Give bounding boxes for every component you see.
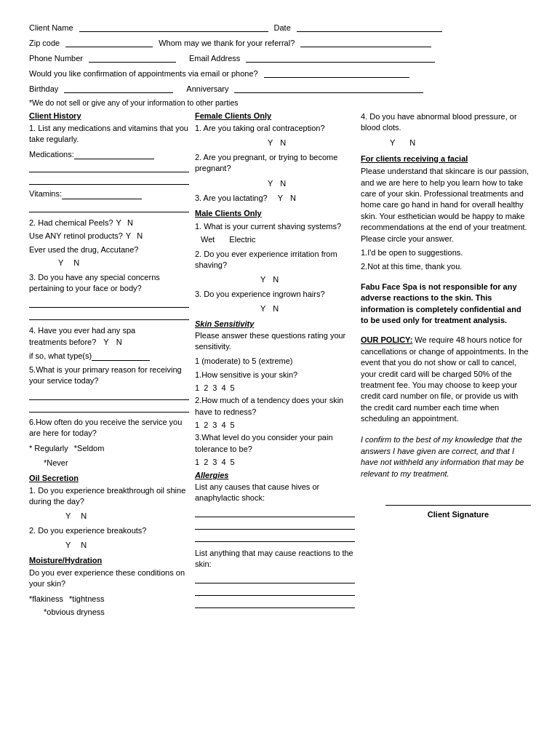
item1: 1. List any medications and vitamins tha… xyxy=(29,123,189,146)
allergies-title: Allergies xyxy=(195,471,355,479)
f1-y: Y xyxy=(268,137,273,149)
anniversary-field[interactable] xyxy=(234,83,423,93)
phone-field[interactable] xyxy=(89,52,176,63)
medications-line3[interactable] xyxy=(29,175,189,185)
list-anything-line3[interactable] xyxy=(195,598,355,608)
facial-title: For clients receiving a facial xyxy=(361,154,531,163)
s1-2: 2 xyxy=(204,383,208,392)
allergy-line3[interactable] xyxy=(195,532,355,542)
moisture2-label: *flakiness xyxy=(29,593,63,605)
f1-yn: Y N xyxy=(268,137,355,149)
item4b-row: treatments before? Y N xyxy=(29,336,189,348)
item3: 3. Do you have any special concerns pert… xyxy=(29,272,189,295)
item4b-n: N xyxy=(116,336,122,348)
birthday-field[interactable] xyxy=(64,83,173,93)
facial3: 2.Not at this time, thank you. xyxy=(361,261,531,272)
confirmation-field[interactable] xyxy=(264,68,409,78)
allergy-line2[interactable] xyxy=(195,519,355,530)
item4-label: 4. Have you ever had any spa xyxy=(29,324,135,337)
f1-n: N xyxy=(280,137,286,149)
s3-2: 2 xyxy=(204,458,208,466)
s1-3: 3 xyxy=(212,383,217,392)
referral-field[interactable] xyxy=(300,37,431,47)
moisture1: Do you ever experience these conditions … xyxy=(29,567,189,590)
skin3: 1.How sensitive is your skin? xyxy=(195,370,355,381)
medications-line2[interactable] xyxy=(29,162,189,172)
s2-4: 4 xyxy=(221,421,225,429)
middle-column: Female Clients Only 1. Are you taking or… xyxy=(195,111,355,610)
zip-row: Zip code Whom may we thank for your refe… xyxy=(29,37,531,47)
vitamins-row: Vitamins: xyxy=(29,188,189,200)
item4c-row: if so, what type(s) xyxy=(29,350,189,362)
list-anything-line2[interactable] xyxy=(195,586,355,596)
item4-row: 4. Have you ever had any spa xyxy=(29,324,189,337)
f3-n: N xyxy=(290,192,296,204)
sig-line[interactable] xyxy=(385,491,531,506)
item5-line2[interactable] xyxy=(29,402,189,413)
item3-line1[interactable] xyxy=(29,298,189,308)
facial1: Please understand that skincare is our p… xyxy=(361,166,531,244)
date-field[interactable] xyxy=(297,22,442,32)
m1-label: 1. What is your current shaving systems? xyxy=(195,220,341,233)
oil1: 1. Do you experience breakthrough oil sh… xyxy=(29,485,189,508)
moisture3-label: *tightness xyxy=(69,593,104,605)
allergy-line1[interactable] xyxy=(195,507,355,517)
right-column: 4. Do you have abnormal blood pressure, … xyxy=(361,111,531,519)
email-field[interactable] xyxy=(246,52,435,63)
birthday-row: Birthday Anniversary xyxy=(29,83,531,93)
item2b-n: N xyxy=(137,230,143,242)
disclaimer-text: *We do not sell or give any of your info… xyxy=(29,98,531,107)
zip-label: Zip code xyxy=(29,39,60,47)
f2-n: N xyxy=(280,178,286,190)
f1: 1. Are you taking oral contraception? xyxy=(195,123,355,134)
client-name-row: Client Name Date xyxy=(29,22,531,32)
client-name-field[interactable] xyxy=(79,22,268,32)
f2-yn: Y N xyxy=(268,178,355,190)
m3-n: N xyxy=(273,303,279,315)
zip-field[interactable] xyxy=(65,37,153,47)
item2c-n: N xyxy=(73,257,79,269)
item6: 6.How often do you receive the service y… xyxy=(29,417,189,439)
s2-3: 3 xyxy=(212,421,217,429)
regularly-label: * Regularly xyxy=(29,442,68,455)
s3-5: 5 xyxy=(231,458,235,466)
skin2: 1 (moderate) to 5 (extreme) xyxy=(195,356,355,367)
scale3: 1 2 3 4 5 xyxy=(195,458,355,466)
anniversary-label: Anniversary xyxy=(186,84,228,93)
f3-row: 3. Are you lactating? Y N xyxy=(195,192,355,204)
policy-text: OUR POLICY: We require 48 hours notice f… xyxy=(361,335,531,424)
item3-line2[interactable] xyxy=(29,310,189,320)
item4r-n: N xyxy=(409,137,415,149)
moisture-title: Moisture/Hydration xyxy=(29,556,189,565)
birthday-label: Birthday xyxy=(29,84,58,93)
item4b-y: Y xyxy=(103,336,108,348)
list-anything-line1[interactable] xyxy=(195,573,355,583)
skin-title: Skin Sensitivity xyxy=(195,319,355,328)
m2-y: Y xyxy=(260,274,265,286)
item2b-row: Use ANY retinol products? Y N xyxy=(29,230,189,242)
phone-row: Phone Number Email Address xyxy=(29,52,531,63)
medications-field[interactable] xyxy=(74,149,154,159)
m1-row: 1. What is your current shaving systems? xyxy=(195,220,355,233)
s2-1: 1 xyxy=(195,421,199,429)
f2: 2. Are you pregnant, or trying to become… xyxy=(195,152,355,175)
signature-area: Client Signature xyxy=(361,491,531,519)
m2: 2. Do you ever experience irritation fro… xyxy=(195,249,355,271)
m1-options: Wet Electric xyxy=(201,234,355,246)
client-name-label: Client Name xyxy=(29,23,73,32)
oil2: 2. Do you experience breakouts? xyxy=(29,525,189,536)
s3-4: 4 xyxy=(221,458,225,466)
item2c-row: Ever used the drug, Accutane? xyxy=(29,244,189,256)
f2-y: Y xyxy=(268,178,273,190)
item2b-y: Y xyxy=(126,230,131,242)
policy-label: OUR POLICY: xyxy=(361,335,412,344)
oil1-yn: Y N xyxy=(65,510,189,522)
item5-line1[interactable] xyxy=(29,390,189,400)
m3: 3. Do you experience ingrown hairs? xyxy=(195,289,355,300)
vitamins-line2[interactable] xyxy=(29,202,189,212)
vitamins-field[interactable] xyxy=(62,189,142,199)
referral-label: Whom may we thank for your referral? xyxy=(159,39,295,47)
scale2: 1 2 3 4 5 xyxy=(195,421,355,429)
item4c-field[interactable] xyxy=(92,351,150,361)
skin4: 2.How much of a tendency does your skin … xyxy=(195,395,355,418)
